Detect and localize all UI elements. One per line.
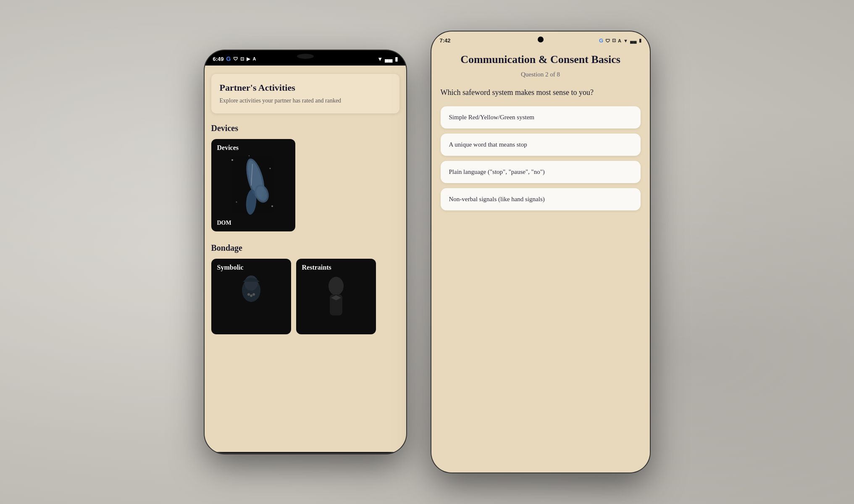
answer-option-4[interactable]: Non-verbal signals (like hand signals) bbox=[441, 188, 641, 210]
wifi-icon: ▼ bbox=[377, 56, 383, 62]
svg-point-13 bbox=[247, 293, 250, 296]
signal-icon: ▄▄ bbox=[385, 56, 392, 62]
shield-icon: 🛡 bbox=[233, 56, 238, 61]
restraints-label: Restraints bbox=[302, 264, 331, 271]
right-time: 7:42 bbox=[440, 37, 451, 44]
sim-icon-right: A bbox=[618, 38, 621, 43]
left-phone: 6:49 G 🛡 ⊡ ▶ A ▼ ▄▄ ▮ Partner's Activiti… bbox=[205, 50, 406, 454]
music-icon: ▶ bbox=[247, 56, 250, 62]
devices-card-label-top: Devices bbox=[217, 144, 239, 152]
battery-icon: ▮ bbox=[395, 56, 398, 62]
svg-point-16 bbox=[328, 277, 344, 295]
right-screen: Communication & Consent Basics Question … bbox=[431, 32, 650, 472]
bondage-section-title: Bondage bbox=[211, 243, 399, 253]
quiz-title: Communication & Consent Basics bbox=[441, 52, 641, 67]
right-phone: 7:42 G 🛡 ⊡ A ▼ ▄▄ ▮ Communication & Cons… bbox=[431, 32, 650, 472]
wifi-icon-right: ▼ bbox=[623, 38, 628, 43]
sim-icon: A bbox=[252, 56, 256, 61]
shield-icon-right: 🛡 bbox=[605, 38, 610, 43]
google-icon-right: G bbox=[599, 37, 603, 44]
devices-section-title: Devices bbox=[211, 123, 399, 133]
cast-icon-right: ⊡ bbox=[612, 38, 616, 43]
right-status-time-area: 7:42 bbox=[440, 37, 451, 44]
answer-options-list: Simple Red/Yellow/Green system A unique … bbox=[441, 106, 641, 210]
left-status-bar: 6:49 G 🛡 ⊡ ▶ A ▼ ▄▄ ▮ bbox=[205, 50, 406, 66]
devices-card[interactable]: Devices DOM bbox=[211, 139, 295, 231]
quiz-question: Which safeword system makes most sense t… bbox=[441, 87, 641, 98]
restraints-svg bbox=[315, 269, 357, 324]
symbolic-label: Symbolic bbox=[217, 264, 244, 271]
answer-option-3[interactable]: Plain language ("stop", "pause", "no") bbox=[441, 161, 641, 183]
left-status-icons: ▼ ▄▄ ▮ bbox=[377, 56, 397, 62]
cast-icon: ⊡ bbox=[240, 56, 244, 62]
partner-activities-desc: Explore activities your partner has rate… bbox=[220, 97, 391, 105]
restraints-card[interactable]: Restraints bbox=[296, 259, 376, 334]
right-status-icons: G 🛡 ⊡ A ▼ ▄▄ ▮ bbox=[599, 37, 641, 44]
device-illustration bbox=[211, 139, 295, 231]
bondage-cards: Symbolic bbox=[211, 259, 399, 334]
svg-point-3 bbox=[271, 205, 273, 207]
svg-point-15 bbox=[252, 293, 255, 296]
quiz-progress: Question 2 of 8 bbox=[441, 71, 641, 78]
left-time: 6:49 bbox=[213, 56, 224, 62]
svg-point-1 bbox=[269, 168, 271, 169]
svg-point-4 bbox=[249, 155, 250, 156]
symbolic-svg bbox=[230, 271, 272, 322]
signal-icon-right: ▄▄ bbox=[630, 38, 637, 43]
device-svg bbox=[224, 147, 283, 223]
battery-icon-right: ▮ bbox=[639, 38, 641, 43]
left-screen: Partner's Activities Explore activities … bbox=[205, 66, 406, 452]
svg-point-0 bbox=[231, 159, 233, 161]
camera-notch-left bbox=[297, 54, 314, 59]
bondage-section: Bondage Symbolic bbox=[211, 243, 399, 334]
partner-activities-title: Partner's Activities bbox=[220, 82, 391, 93]
answer-option-2[interactable]: A unique word that means stop bbox=[441, 134, 641, 156]
devices-section: Devices bbox=[211, 123, 399, 231]
symbolic-card[interactable]: Symbolic bbox=[211, 259, 291, 334]
left-status-time-area: 6:49 G 🛡 ⊡ ▶ A bbox=[213, 55, 256, 62]
devices-card-label-bottom: DOM bbox=[217, 220, 231, 226]
partner-activities-card: Partner's Activities Explore activities … bbox=[211, 74, 399, 113]
google-icon: G bbox=[226, 55, 231, 62]
camera-hole bbox=[538, 37, 544, 42]
svg-point-2 bbox=[236, 201, 237, 202]
answer-option-1[interactable]: Simple Red/Yellow/Green system bbox=[441, 106, 641, 129]
svg-point-14 bbox=[250, 294, 252, 297]
